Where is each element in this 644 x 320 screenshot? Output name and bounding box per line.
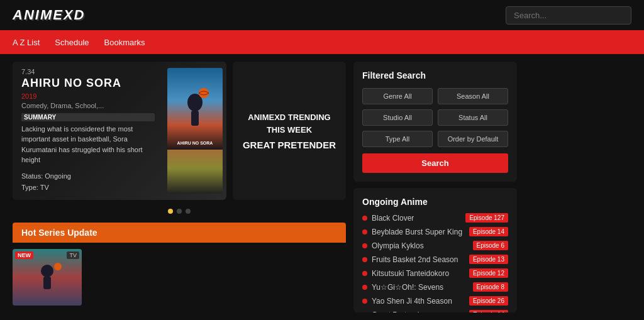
hot-tv-badge: TV <box>67 251 79 259</box>
featured-content: 7.34 AHIRU NO SORA 2019 Comedy, Drama, S… <box>13 62 164 200</box>
right-panel: Filtered Search Genre All Season All Stu… <box>353 62 517 312</box>
ongoing-dot-5 <box>362 285 367 290</box>
ongoing-dot-6 <box>362 299 367 304</box>
ongoing-name-1: Beyblade Burst Super King <box>372 228 462 236</box>
ongoing-title: Ongoing Anime <box>362 197 508 207</box>
featured-title: AHIRU NO SORA <box>21 77 155 91</box>
filter-order-btn[interactable]: Order by Default <box>438 131 508 147</box>
ongoing-item-3[interactable]: Fruits Basket 2nd Season Episode 13 <box>362 255 508 264</box>
ongoing-dot-2 <box>362 243 367 248</box>
ongoing-dot-4 <box>362 271 367 276</box>
nav-item-schedule[interactable]: Schedule <box>55 38 89 47</box>
dot-2[interactable] <box>177 209 182 214</box>
ongoing-item-0[interactable]: Black Clover Episode 127 <box>362 213 508 223</box>
ongoing-left-4: Kitsutsuki Tanteidokoro <box>362 269 449 278</box>
featured-summary-label: SUMMARY <box>21 113 155 121</box>
ongoing-ep-7: Episode 14 <box>469 310 508 312</box>
ongoing-item-6[interactable]: Yao Shen Ji 4th Season Episode 26 <box>362 296 508 306</box>
ongoing-ep-3: Episode 13 <box>469 255 508 264</box>
ongoing-left-5: Yu☆Gi☆Oh!: Sevens <box>362 283 443 292</box>
ongoing-item-5[interactable]: Yu☆Gi☆Oh!: Sevens Episode 8 <box>362 282 508 292</box>
dot-3[interactable] <box>186 209 191 214</box>
featured-row: 7.34 AHIRU NO SORA 2019 Comedy, Drama, S… <box>13 62 346 200</box>
svg-rect-2 <box>191 111 199 126</box>
filter-box: Filtered Search Genre All Season All Stu… <box>353 62 517 182</box>
ongoing-list: Black Clover Episode 127 Beyblade Burst … <box>362 213 508 312</box>
featured-panel: 7.34 AHIRU NO SORA 2019 Comedy, Drama, S… <box>13 62 346 312</box>
header: ANIMEXD <box>0 0 644 30</box>
ongoing-name-7: Great Pretender <box>372 311 426 313</box>
svg-point-8 <box>54 263 62 270</box>
hot-series-header: Hot Series Update <box>13 223 346 243</box>
ongoing-dot-1 <box>362 229 367 234</box>
featured-status: Status: Ongoing Type: TV <box>21 170 155 194</box>
filter-title: Filtered Search <box>362 70 508 80</box>
ongoing-left-0: Black Clover <box>362 214 414 223</box>
search-input[interactable] <box>506 6 631 25</box>
featured-genres: Comedy, Drama, School,... <box>21 102 155 109</box>
ongoing-ep-0: Episode 127 <box>465 213 508 223</box>
ongoing-ep-5: Episode 8 <box>473 282 508 292</box>
svg-rect-7 <box>43 277 51 289</box>
svg-text:AHIRU NO SORA: AHIRU NO SORA <box>177 141 213 145</box>
filter-grid: Genre All Season All Studio All Status A… <box>362 88 508 147</box>
ongoing-ep-6: Episode 26 <box>469 296 508 306</box>
site-logo: ANIMEXD <box>13 7 85 23</box>
ongoing-ep-1: Episode 14 <box>469 227 508 236</box>
featured-rating: 7.34 <box>21 68 155 75</box>
ongoing-item-1[interactable]: Beyblade Burst Super King Episode 14 <box>362 227 508 236</box>
ongoing-dot-0 <box>362 216 367 221</box>
nav-item-azlist[interactable]: A Z List <box>13 38 40 47</box>
svg-point-3 <box>199 88 209 98</box>
featured-card[interactable]: 7.34 AHIRU NO SORA 2019 Comedy, Drama, S… <box>13 62 226 200</box>
carousel-dots <box>13 206 346 216</box>
trending-title: GREAT PRETENDER <box>243 140 336 150</box>
filter-status-btn[interactable]: Status All <box>438 109 508 126</box>
hot-series-section: Hot Series Update <box>13 223 346 312</box>
ongoing-item-2[interactable]: Olympia Kyklos Episode 6 <box>362 241 508 250</box>
nav-bar: A Z List Schedule Bookmarks <box>0 30 644 54</box>
ongoing-left-6: Yao Shen Ji 4th Season <box>362 297 452 306</box>
trending-label: ANIMEXD TRENDING THIS WEEK <box>242 111 337 136</box>
ongoing-name-2: Olympia Kyklos <box>372 241 424 250</box>
ongoing-name-3: Fruits Basket 2nd Season <box>372 255 458 264</box>
ongoing-name-0: Black Clover <box>372 214 414 223</box>
featured-year: 2019 <box>21 92 155 100</box>
featured-desc: Lacking what is considered the most impo… <box>21 124 155 165</box>
filter-genre-btn[interactable]: Genre All <box>362 88 433 104</box>
hot-item-thumb-1: NEW TV <box>13 249 82 306</box>
ongoing-name-6: Yao Shen Ji 4th Season <box>372 297 452 306</box>
ongoing-item-4[interactable]: Kitsutsuki Tanteidokoro Episode 12 <box>362 268 508 278</box>
ongoing-ep-4: Episode 12 <box>469 268 508 278</box>
svg-point-6 <box>41 265 53 277</box>
ongoing-name-4: Kitsutsuki Tanteidokoro <box>372 269 449 278</box>
ongoing-left-3: Fruits Basket 2nd Season <box>362 255 458 264</box>
trending-panel: ANIMEXD TRENDING THIS WEEK GREAT PRETEND… <box>233 62 346 200</box>
ongoing-left-7: Great Pretender <box>362 311 426 313</box>
filter-search-btn[interactable]: Search <box>362 153 508 173</box>
hot-items-list: NEW TV <box>13 243 346 312</box>
ongoing-left-2: Olympia Kyklos <box>362 241 424 250</box>
ongoing-name-5: Yu☆Gi☆Oh!: Sevens <box>372 283 443 292</box>
ongoing-box: Ongoing Anime Black Clover Episode 127 B… <box>353 188 517 312</box>
main-content: 7.34 AHIRU NO SORA 2019 Comedy, Drama, S… <box>0 54 644 320</box>
ongoing-ep-2: Episode 6 <box>473 241 508 250</box>
filter-type-btn[interactable]: Type All <box>362 131 433 147</box>
ongoing-left-1: Beyblade Burst Super King <box>362 228 462 236</box>
hot-item-1[interactable]: NEW TV <box>13 249 82 306</box>
featured-poster: AHIRU NO SORA <box>164 62 226 200</box>
filter-season-btn[interactable]: Season All <box>438 88 508 104</box>
filter-studio-btn[interactable]: Studio All <box>362 109 433 126</box>
featured-poster-img: AHIRU NO SORA <box>167 68 223 194</box>
ongoing-dot-7 <box>362 312 367 313</box>
nav-item-bookmarks[interactable]: Bookmarks <box>104 38 145 47</box>
dot-1[interactable] <box>168 209 173 214</box>
hot-new-badge: NEW <box>15 251 33 259</box>
ongoing-dot-3 <box>362 257 367 262</box>
ongoing-item-7[interactable]: Great Pretender Episode 14 <box>362 310 508 312</box>
